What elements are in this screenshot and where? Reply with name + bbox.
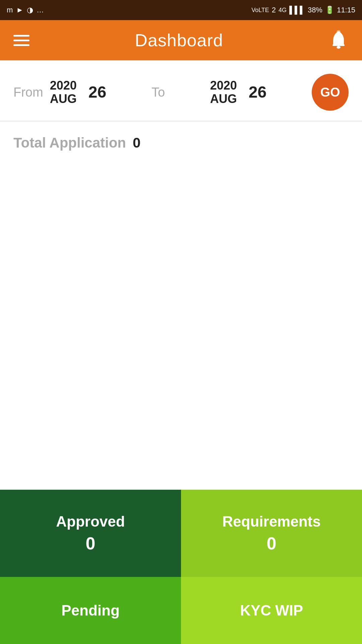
menu-button[interactable]	[13, 35, 29, 46]
requirements-label: Requirements	[222, 513, 320, 530]
approved-label: Approved	[56, 513, 125, 530]
to-day: 26	[249, 84, 266, 101]
battery-icon: 🔋	[325, 6, 334, 14]
navigation-icon: ►	[16, 6, 23, 14]
hamburger-line-2	[13, 40, 29, 41]
hamburger-line-1	[13, 35, 29, 37]
from-label: From	[13, 85, 43, 100]
page-title: Dashboard	[135, 30, 223, 50]
from-day: 26	[88, 84, 106, 101]
signal-bars-icon: ▌▌▌	[289, 6, 305, 14]
notification-bell-button[interactable]	[328, 30, 349, 51]
sim2-icon: 2	[272, 6, 276, 14]
kyc-wip-card[interactable]: KYC WIP	[181, 577, 362, 644]
volte-icon: VoLTE	[251, 7, 269, 14]
to-date-group[interactable]: 2020 AUG 26	[210, 79, 266, 105]
time-display: 11:15	[337, 6, 355, 14]
from-year: 2020	[50, 79, 77, 92]
status-bar-right: VoLTE 2 4G ▌▌▌ 38% 🔋 11:15	[251, 6, 355, 14]
status-bar-left: m ► ◑ …	[7, 6, 44, 14]
hamburger-line-3	[13, 44, 29, 46]
go-button[interactable]: GO	[312, 74, 349, 111]
status-bar: m ► ◑ … VoLTE 2 4G ▌▌▌ 38% 🔋 11:15	[0, 0, 362, 20]
sheild-icon: ◑	[27, 6, 33, 14]
approved-card[interactable]: Approved 0	[0, 490, 181, 577]
app-bar: Dashboard	[0, 20, 362, 60]
pending-label: Pending	[61, 602, 120, 619]
battery-percent: 38%	[308, 6, 322, 14]
to-month: AUG	[210, 92, 237, 106]
total-application-label: Total Application	[13, 135, 126, 151]
content-area	[0, 158, 362, 460]
requirements-card[interactable]: Requirements 0	[181, 490, 362, 577]
bottom-cards: Approved 0 Requirements 0 Pending KYC WI…	[0, 490, 362, 644]
kyc-wip-label: KYC WIP	[240, 602, 303, 619]
approved-count: 0	[86, 533, 96, 553]
svg-rect-0	[333, 44, 345, 46]
network-4g-icon: 4G	[279, 7, 287, 14]
total-application-row: Total Application 0	[0, 121, 362, 158]
from-date-value[interactable]: 2020 AUG	[50, 79, 77, 105]
requirements-count: 0	[267, 533, 277, 553]
to-separator: To	[152, 85, 165, 100]
from-date-group[interactable]: From 2020 AUG 26	[13, 79, 106, 105]
pending-card[interactable]: Pending	[0, 577, 181, 644]
date-filter-row: From 2020 AUG 26 To 2020 AUG 26 GO	[0, 60, 362, 121]
to-label: To	[152, 85, 165, 100]
m-icon: m	[7, 6, 13, 14]
to-year: 2020	[210, 79, 237, 92]
total-application-count: 0	[133, 135, 140, 151]
to-date-value[interactable]: 2020 AUG	[210, 79, 237, 105]
svg-point-1	[337, 46, 341, 49]
dots-icon: …	[37, 6, 44, 14]
from-month: AUG	[50, 92, 77, 106]
